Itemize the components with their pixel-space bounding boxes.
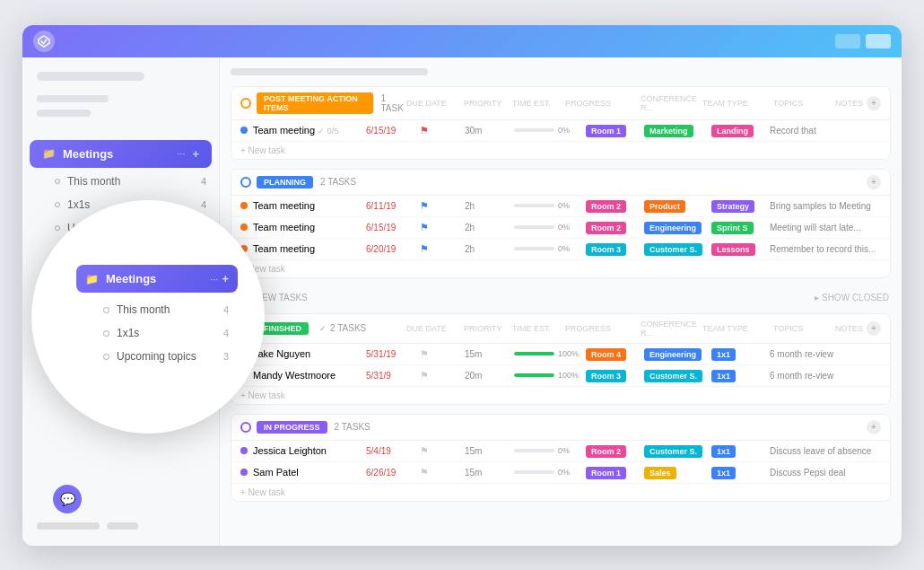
finished-badge: FINISHED: [257, 322, 309, 335]
section-planning: PLANNING 2 TASKS + Team meeting 6/11/19 …: [231, 169, 891, 278]
maximize-btn[interactable]: [866, 34, 891, 48]
sidebar-item-upcoming[interactable]: Upcoming topics 3: [22, 216, 219, 240]
row-name-sam: Sam Patel: [240, 467, 366, 478]
row-due: 6/15/19: [366, 126, 420, 136]
row-priority: ⚑: [420, 348, 465, 360]
row-conf: Room 4: [586, 348, 644, 359]
row-notes: Discuss Pepsi deal: [770, 467, 881, 478]
row-topics: Sprint S: [711, 222, 770, 232]
row-team: Product: [644, 200, 711, 211]
row-priority: ⚑: [420, 125, 465, 136]
task-name: Team meeting: [253, 200, 315, 211]
table-row: Team meeting ✓ 0/5 6/15/19 ⚑ 30m 0% R: [231, 120, 890, 142]
task-name: Team meeting: [253, 243, 315, 254]
task-name: Team meeting: [253, 222, 315, 232]
topic-badge: 1x1: [711, 348, 736, 361]
section-planning-header: PLANNING 2 TASKS +: [231, 170, 890, 196]
flag-icon: ⚑: [420, 222, 429, 232]
row-topics: Strategy: [711, 200, 770, 211]
1x1s-label: 1x1s: [67, 198, 194, 211]
row-conf: Room 1: [586, 467, 644, 478]
conf-badge: Room 3: [586, 243, 626, 256]
this-month-label: This month: [67, 175, 194, 188]
row-team: Customer S.: [644, 370, 711, 381]
add-meeting-btn[interactable]: +: [192, 147, 199, 161]
title-bar: [22, 25, 902, 57]
row-team: Engineering: [644, 222, 711, 232]
row-color-dot: [240, 202, 248, 209]
row-progress: 0%: [514, 446, 586, 455]
show-closed-btn[interactable]: ▸ SHOW CLOSED: [815, 293, 889, 303]
add-task-btn-finished[interactable]: +: [867, 321, 881, 336]
team-badge: Customer S.: [644, 243, 702, 256]
col-time-f: TIME EST.: [512, 324, 562, 333]
col-notes-f: NOTES: [835, 324, 863, 333]
new-task-btn-finished[interactable]: + New task: [231, 387, 890, 404]
more-dots[interactable]: ···: [177, 148, 185, 159]
chat-placeholder: [37, 522, 100, 530]
this-month-count: 4: [201, 176, 206, 187]
row-time: 30m: [465, 126, 514, 136]
row-due: 5/31/9: [366, 371, 420, 381]
row-color-dot: [240, 127, 248, 134]
col-notes-label: NOTES: [835, 99, 863, 108]
col-progress-label: PROGRESS: [565, 99, 637, 108]
row-name-planning-3: Team meeting: [240, 243, 366, 254]
sidebar-item-meetings[interactable]: 📁 Meetings ··· +: [30, 140, 212, 168]
section-circle-finished: [240, 323, 251, 334]
section-finished-header: FINISHED ✓ 2 TASKS DUE DATE PRIORITY TIM…: [231, 314, 890, 344]
team-badge: Sales: [644, 467, 676, 479]
add-task-btn-planning[interactable]: +: [867, 175, 881, 189]
row-progress: 0%: [514, 244, 586, 253]
col-prog-f: PROGRESS: [565, 324, 637, 333]
new-task-btn-post[interactable]: + New task: [231, 142, 890, 159]
row-time: 20m: [465, 371, 514, 381]
chat-area: 💬: [37, 522, 138, 530]
row-notes: Record that: [770, 125, 881, 136]
row-time: 2h: [465, 223, 514, 232]
row-notes: Bring samples to Meeting: [770, 200, 881, 212]
add-task-btn-inprog[interactable]: +: [867, 420, 881, 434]
section-circle-inprog: [240, 422, 251, 433]
table-row: Team meeting 6/11/19 ⚑ 2h 0% Room 2: [231, 196, 890, 217]
topic-badge: 1x1: [711, 467, 736, 479]
sidebar-item-1x1s[interactable]: 1x1s 4: [22, 193, 219, 216]
conf-badge: Room 2: [586, 200, 626, 213]
new-task-btn-planning[interactable]: + New task: [231, 260, 890, 277]
sidebar-item-this-month[interactable]: This month 4: [22, 170, 219, 193]
topic-badge: Lessons: [711, 243, 755, 256]
conf-badge: Room 2: [586, 222, 626, 234]
col-team-label: TEAM TYPE: [702, 99, 770, 108]
sidebar-meetings-section: 📁 Meetings ··· + This month 4 1x1s 4: [22, 138, 219, 240]
row-conf: Room 3: [586, 370, 644, 381]
table-row: Sam Patel 6/26/19 ⚑ 15m 0% Room 1: [231, 462, 890, 484]
flag-icon: ⚑: [420, 370, 429, 381]
upcoming-dot: [55, 225, 60, 231]
row-progress: 0%: [514, 468, 586, 477]
row-name-jake: Jake Nguyen: [240, 348, 366, 359]
topic-badge: 1x1: [711, 445, 736, 458]
progress-pct: 100%: [558, 371, 579, 380]
planning-badge: PLANNING: [257, 176, 313, 189]
team-badge: Customer S.: [644, 370, 702, 382]
row-topics: Landing: [711, 125, 770, 136]
task-name: Jake Nguyen: [253, 348, 310, 359]
row-time: 2h: [465, 244, 514, 254]
row-conf: Room 2: [586, 445, 644, 456]
row-notes: Remember to record this...: [770, 243, 881, 255]
flag-icon: ⚑: [420, 445, 429, 456]
new-task-btn-inprog[interactable]: + New task: [231, 484, 890, 501]
row-color-dot: [240, 469, 248, 476]
row-time: 15m: [465, 468, 514, 478]
row-notes: 6 month re-view: [770, 348, 881, 360]
team-badge: Engineering: [644, 222, 702, 234]
chat-button[interactable]: 💬: [53, 485, 82, 513]
topic-badge: Sprint S: [711, 222, 754, 234]
progress-bar-bg: [514, 225, 554, 229]
progress-bar-bg: [514, 449, 554, 452]
table-row: Team meeting 6/20/19 ⚑ 2h 0% Room 3: [231, 239, 890, 260]
minimize-btn[interactable]: [835, 34, 860, 48]
new-tasks-divider: 5 ○ + NEW TASKS ▸ SHOW CLOSED: [231, 287, 891, 308]
col-due-label: DUE DATE: [406, 99, 460, 108]
add-task-btn-post[interactable]: +: [867, 96, 881, 110]
